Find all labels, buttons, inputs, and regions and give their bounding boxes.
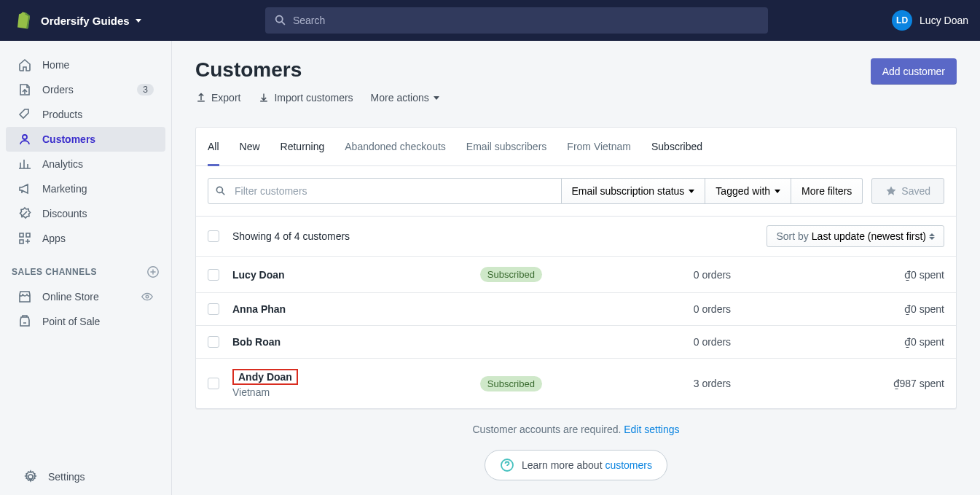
row-checkbox[interactable]	[208, 378, 219, 389]
customer-name[interactable]: Lucy Doan	[232, 269, 480, 281]
customer-name[interactable]: Andy Doan	[238, 371, 292, 383]
filter-customers-input[interactable]	[208, 178, 562, 204]
import-icon	[258, 92, 270, 104]
customer-row[interactable]: Andy DoanVietnamSubscribed3 orders₫987 s…	[196, 358, 956, 408]
sidebar-item-analytics[interactable]: Analytics	[6, 152, 165, 176]
store-icon	[17, 289, 32, 304]
tagged-filter[interactable]: Tagged with	[705, 178, 791, 204]
marketing-icon	[17, 182, 32, 196]
svg-point-1	[146, 295, 149, 298]
topbar: Ordersify Guides Search LD Lucy Doan	[0, 0, 980, 41]
learn-more-link[interactable]: customers	[605, 459, 652, 471]
chevron-down-icon	[136, 19, 141, 23]
sidebar-item-marketing[interactable]: Marketing	[6, 176, 165, 201]
sidebar-item-online-store[interactable]: Online Store	[6, 284, 165, 309]
subscribed-badge: Subscribed	[480, 376, 542, 391]
add-channel-icon[interactable]	[146, 265, 160, 278]
select-all-checkbox[interactable]	[208, 230, 219, 242]
sidebar-item-label: Point of Sale	[42, 316, 100, 327]
export-button[interactable]: Export	[195, 92, 240, 104]
sort-button[interactable]: Sort by Last update (newest first)	[767, 225, 944, 247]
sidebar-item-products[interactable]: Products	[6, 102, 165, 127]
sort-arrows-icon	[929, 233, 935, 240]
sidebar-item-label: Analytics	[42, 158, 83, 170]
subscribed-badge: Subscribed	[480, 267, 542, 282]
page-title: Customers	[195, 58, 439, 82]
customers-icon	[17, 132, 32, 147]
row-checkbox[interactable]	[208, 269, 219, 281]
store-name-label: Ordersify Guides	[41, 15, 130, 27]
discounts-icon	[17, 206, 32, 221]
sidebar-item-pos[interactable]: Point of Sale	[6, 309, 165, 334]
row-checkbox[interactable]	[208, 303, 219, 315]
add-customer-button[interactable]: Add customer	[871, 58, 957, 85]
orders-count: 0 orders	[635, 303, 789, 315]
tab-email-subs[interactable]: Email subscribers	[466, 128, 546, 165]
chevron-down-icon	[689, 190, 694, 193]
help-icon	[500, 458, 514, 472]
sidebar-item-orders[interactable]: Orders 3	[6, 77, 165, 102]
orders-count: 0 orders	[635, 336, 789, 348]
chevron-down-icon	[775, 190, 780, 193]
filter-row: Email subscription status Tagged with Mo…	[196, 166, 956, 216]
footer-note: Customer accounts are required. Edit set…	[195, 409, 957, 450]
sidebar-item-home[interactable]: Home	[6, 52, 165, 77]
customer-row[interactable]: Bob Roan0 orders₫0 spent	[196, 325, 956, 358]
tab-abandoned[interactable]: Abandoned checkouts	[345, 128, 446, 165]
tab-all[interactable]: All	[208, 128, 219, 165]
saved-button[interactable]: Saved	[871, 178, 944, 204]
search-icon	[274, 14, 287, 27]
spent-amount: ₫0 spent	[790, 303, 944, 315]
edit-settings-link[interactable]: Edit settings	[624, 424, 679, 435]
sidebar: Home Orders 3 Products Customers Analyti…	[0, 41, 172, 495]
avatar: LD	[892, 10, 912, 31]
sidebar-item-label: Apps	[42, 233, 66, 244]
chevron-down-icon	[434, 96, 439, 100]
user-menu[interactable]: LD Lucy Doan	[892, 10, 968, 31]
pos-icon	[17, 314, 32, 329]
sidebar-item-apps[interactable]: Apps	[6, 226, 165, 251]
sidebar-item-label: Home	[42, 59, 69, 71]
sidebar-item-settings[interactable]: Settings	[12, 464, 160, 489]
sales-channels-heading: SALES CHANNELS	[0, 251, 171, 284]
row-checkbox[interactable]	[208, 336, 219, 348]
sidebar-item-label: Online Store	[42, 291, 99, 303]
highlighted-name: Andy Doan	[232, 369, 298, 385]
sidebar-item-label: Customers	[42, 133, 95, 145]
list-header: Showing 4 of 4 customers Sort by Last up…	[196, 216, 956, 256]
customers-card: All New Returning Abandoned checkouts Em…	[195, 127, 957, 409]
sidebar-item-customers[interactable]: Customers	[6, 127, 165, 152]
customer-name[interactable]: Anna Phan	[232, 303, 480, 315]
star-icon	[885, 185, 897, 197]
shopify-logo-icon	[12, 10, 32, 31]
customer-row[interactable]: Anna Phan0 orders₫0 spent	[196, 292, 956, 325]
sidebar-item-label: Products	[42, 109, 82, 120]
orders-badge: 3	[137, 84, 154, 96]
more-filters-button[interactable]: More filters	[791, 178, 863, 204]
main-content: Customers Export Import customers More a…	[172, 41, 980, 495]
search-placeholder: Search	[293, 15, 325, 26]
tab-subscribed[interactable]: Subscribed	[651, 128, 702, 165]
orders-icon	[17, 82, 32, 97]
import-button[interactable]: Import customers	[258, 92, 353, 104]
showing-text: Showing 4 of 4 customers	[232, 230, 350, 242]
eye-icon[interactable]	[141, 290, 154, 303]
tab-new[interactable]: New	[240, 128, 260, 165]
tab-from-vietnam[interactable]: From Vietnam	[567, 128, 631, 165]
global-search[interactable]: Search	[265, 7, 768, 34]
apps-icon	[17, 231, 32, 246]
products-icon	[17, 107, 32, 122]
tab-returning[interactable]: Returning	[281, 128, 325, 165]
tabs: All New Returning Abandoned checkouts Em…	[196, 128, 956, 166]
store-switcher[interactable]: Ordersify Guides	[41, 15, 141, 27]
sidebar-item-discounts[interactable]: Discounts	[6, 201, 165, 226]
learn-more-pill[interactable]: Learn more about customers	[485, 450, 667, 480]
analytics-icon	[17, 157, 32, 171]
more-actions-button[interactable]: More actions	[371, 92, 439, 104]
email-status-filter[interactable]: Email subscription status	[562, 178, 706, 204]
user-name-label: Lucy Doan	[920, 15, 968, 26]
customer-name[interactable]: Bob Roan	[232, 336, 480, 348]
sidebar-item-label: Settings	[48, 471, 85, 483]
customer-row[interactable]: Lucy DoanSubscribed0 orders₫0 spent	[196, 256, 956, 292]
export-icon	[195, 92, 207, 104]
